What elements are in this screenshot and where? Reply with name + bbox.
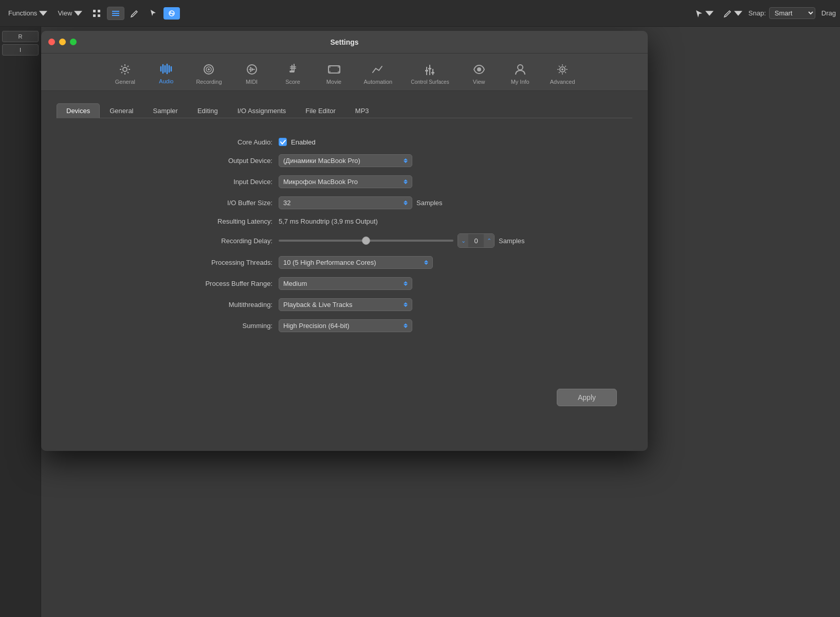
- tab-score[interactable]: Score: [272, 58, 314, 90]
- list-icon: [112, 9, 120, 17]
- io-buffer-label: I/O Buffer Size:: [170, 199, 272, 207]
- tab-general[interactable]: General: [104, 58, 145, 90]
- left-panel: R I: [0, 27, 41, 617]
- recording-delay-label: Recording Delay:: [170, 237, 272, 245]
- multithreading-row: Multithreading: Playback & Live Tracks: [170, 298, 519, 311]
- recording-delay-control: ⌄ 0 ⌃ Samples: [279, 233, 525, 248]
- core-audio-control: Enabled: [279, 138, 519, 146]
- r-button[interactable]: R: [2, 31, 39, 42]
- output-device-select[interactable]: (Динамики MacBook Pro): [279, 154, 412, 167]
- arrow-tool-btn[interactable]: [691, 7, 718, 20]
- tab-view[interactable]: View: [459, 58, 500, 90]
- sub-tab-mp3[interactable]: MP3: [345, 103, 379, 118]
- toolbar: Functions View: [0, 0, 840, 27]
- midi-icon-btn[interactable]: [163, 7, 180, 20]
- grid-icon-btn[interactable]: [88, 7, 105, 20]
- svg-rect-6: [112, 15, 119, 16]
- up-arrow-5: [404, 281, 408, 283]
- select-arrows-2: [404, 179, 408, 184]
- tab-advanced[interactable]: Advanced: [541, 58, 585, 90]
- down-arrow: [404, 161, 408, 163]
- stepper-up-btn[interactable]: ⌃: [484, 234, 494, 247]
- process-buffer-select[interactable]: Medium: [279, 277, 412, 290]
- down-arrow-2: [404, 182, 408, 184]
- tab-audio[interactable]: Audio: [145, 58, 187, 90]
- view-icon: [472, 62, 486, 77]
- down-arrow-6: [404, 305, 408, 307]
- tab-automation-label: Automation: [364, 79, 393, 85]
- process-buffer-label: Process Buffer Range:: [170, 280, 272, 287]
- pencil-tool-btn[interactable]: [720, 7, 746, 20]
- core-audio-row: Core Audio: Enabled: [170, 138, 519, 146]
- core-audio-label: Core Audio:: [170, 138, 272, 146]
- sub-tab-editing[interactable]: Editing: [188, 103, 228, 118]
- sub-tab-devices[interactable]: Devices: [57, 103, 100, 118]
- audio-icon: [159, 62, 173, 76]
- sub-tab-file-editor[interactable]: File Editor: [296, 103, 345, 118]
- minimize-button[interactable]: [59, 39, 66, 45]
- apply-area: Apply: [57, 378, 632, 416]
- pencil-icon: [131, 9, 139, 17]
- midi-icon: [168, 9, 176, 17]
- up-arrow-2: [404, 179, 408, 182]
- svg-rect-2: [93, 14, 96, 17]
- pencil-tool-icon: [724, 9, 732, 17]
- down-arrow-7: [404, 326, 408, 328]
- window-titlebar: Settings: [41, 31, 648, 53]
- multithreading-value: Playback & Live Tracks: [283, 301, 352, 308]
- tab-movie[interactable]: Movie: [314, 58, 355, 90]
- processing-threads-select[interactable]: 10 (5 High Performance Cores): [279, 256, 433, 269]
- recording-delay-slider[interactable]: [279, 240, 453, 242]
- tab-my-info[interactable]: My Info: [500, 58, 541, 90]
- settings-window: Settings General Audio Recording: [41, 31, 648, 451]
- snap-select[interactable]: Smart Bar Beat Division: [769, 7, 815, 19]
- tab-automation[interactable]: Automation: [355, 58, 402, 90]
- sub-tab-general[interactable]: General: [100, 103, 143, 118]
- process-buffer-control: Medium: [279, 277, 519, 290]
- i-button[interactable]: I: [2, 44, 39, 56]
- stepper-down-btn[interactable]: ⌄: [458, 234, 468, 247]
- svg-rect-26: [428, 68, 431, 69]
- grid-icon: [93, 9, 101, 17]
- down-arrow-3: [404, 203, 408, 205]
- summing-select[interactable]: High Precision (64-bit): [279, 319, 412, 332]
- io-buffer-select[interactable]: 32: [279, 196, 412, 209]
- snap-area: Snap: Smart Bar Beat Division: [748, 7, 815, 19]
- tab-audio-label: Audio: [159, 78, 173, 84]
- io-buffer-row: I/O Buffer Size: 32 Samples: [170, 196, 519, 209]
- input-device-value: Микрофон MacBook Pro: [283, 178, 358, 186]
- pencil-icon-btn[interactable]: [126, 7, 143, 20]
- multithreading-label: Multithreading:: [170, 301, 272, 308]
- sub-tab-io-assignments[interactable]: I/O Assignments: [228, 103, 296, 118]
- maximize-button[interactable]: [70, 39, 77, 45]
- svg-point-30: [518, 65, 523, 70]
- input-device-select[interactable]: Микрофон MacBook Pro: [279, 175, 412, 188]
- process-buffer-value: Medium: [283, 280, 307, 287]
- up-arrow-7: [404, 323, 408, 325]
- view-menu[interactable]: View: [53, 7, 86, 20]
- multithreading-select[interactable]: Playback & Live Tracks: [279, 298, 412, 311]
- slider-thumb[interactable]: [362, 237, 370, 245]
- checkmark-icon: [280, 139, 286, 145]
- svg-point-10: [172, 14, 173, 15]
- tab-advanced-label: Advanced: [550, 79, 575, 85]
- core-audio-checkbox[interactable]: Enabled: [279, 138, 316, 146]
- tab-recording[interactable]: Recording: [187, 58, 231, 90]
- output-device-value: (Динамики MacBook Pro): [283, 157, 360, 165]
- latency-control: 5,7 ms Roundtrip (3,9 ms Output): [279, 217, 519, 225]
- sub-tab-sampler[interactable]: Sampler: [143, 103, 188, 118]
- tab-control-surfaces[interactable]: Control Surfaces: [401, 59, 458, 90]
- snap-label: Snap:: [748, 9, 766, 17]
- latency-label: Resulting Latency:: [170, 217, 272, 225]
- list-icon-btn[interactable]: [107, 7, 124, 20]
- up-arrow-3: [404, 201, 408, 203]
- cursor-icon-btn[interactable]: [145, 7, 161, 20]
- functions-menu[interactable]: Functions: [4, 7, 51, 20]
- tab-midi[interactable]: MIDI: [231, 58, 272, 90]
- select-arrows-4: [424, 260, 428, 265]
- apply-button[interactable]: Apply: [557, 389, 617, 406]
- summing-control: High Precision (64-bit): [279, 319, 519, 332]
- recording-delay-slider-row: ⌄ 0 ⌃ Samples: [279, 233, 525, 248]
- close-button[interactable]: [48, 39, 55, 45]
- svg-rect-27: [425, 70, 428, 71]
